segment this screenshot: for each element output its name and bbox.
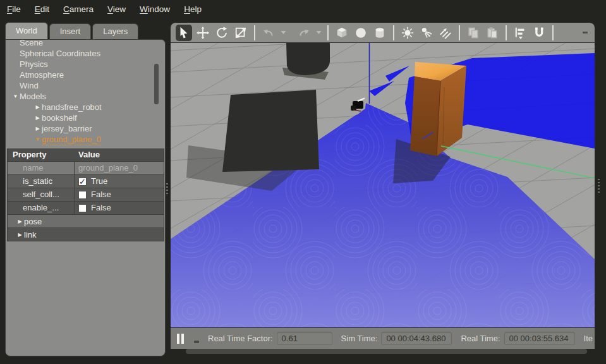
dark-box-model	[222, 90, 319, 172]
point-light-button[interactable]	[399, 25, 416, 41]
undo-button[interactable]	[260, 25, 277, 41]
translate-tool-button[interactable]	[195, 25, 211, 41]
menu-edit[interactable]: Edit	[35, 4, 49, 14]
toolbar-separator	[506, 25, 507, 40]
redo-button[interactable]	[296, 25, 312, 41]
redo-icon	[297, 26, 311, 40]
enable-wind-checkbox[interactable]	[78, 204, 87, 212]
collapsed-arrow-icon[interactable]: ▶	[33, 102, 42, 112]
tree-item-scene[interactable]: Scene	[6, 40, 165, 48]
menu-bar: File Edit Camera View Window Help	[0, 0, 606, 18]
tree-item-bookshelf[interactable]: ▶bookshelf	[6, 112, 165, 123]
collapsed-arrow-icon[interactable]: ▶	[16, 232, 24, 238]
menu-file[interactable]: File	[7, 4, 21, 14]
redo-menu-button[interactable]	[315, 25, 322, 41]
pause-button[interactable]	[177, 334, 184, 344]
tab-world[interactable]: World	[5, 22, 48, 39]
property-group-link[interactable]: ▶ link	[8, 228, 164, 241]
insert-cylinder-button[interactable]	[372, 25, 388, 41]
header-value: Value	[75, 149, 164, 161]
step-button[interactable]	[194, 341, 199, 343]
tree-item-spherical-coordinates[interactable]: Spherical Coordinates	[6, 48, 165, 59]
sim-time-label: Sim Time:	[341, 334, 378, 343]
toolbar-separator	[459, 25, 460, 40]
tree-item-models[interactable]: ▼Models	[6, 91, 165, 102]
select-tool-button[interactable]	[176, 25, 192, 41]
paste-button[interactable]	[484, 25, 500, 41]
menu-help[interactable]: Help	[184, 4, 202, 14]
tree-scrollbar[interactable]	[154, 64, 159, 104]
header-property: Property	[8, 149, 75, 161]
real-time-factor-label: Real Time Factor:	[208, 334, 273, 343]
tree-item-jersey-barrier[interactable]: ▶jersey_barrier	[6, 123, 165, 134]
rotate-icon	[215, 26, 229, 40]
tree-item-wind[interactable]: Wind	[6, 80, 165, 91]
insert-box-button[interactable]	[334, 25, 350, 41]
self-collide-checkbox[interactable]	[78, 191, 87, 199]
spot-light-button[interactable]	[418, 25, 435, 41]
splitter-handle-left[interactable]	[166, 183, 168, 196]
collapsed-arrow-icon[interactable]: ▶	[33, 112, 42, 123]
toolbar-separator	[327, 25, 329, 40]
panel-tabs: World Insert Layers	[5, 22, 140, 39]
property-table-header: Property Value	[8, 149, 164, 161]
horizontal-scrollbar[interactable]	[186, 349, 587, 354]
cylinder-icon	[373, 26, 387, 40]
tree-item-atmosphere[interactable]: Atmosphere	[6, 70, 165, 80]
directional-light-button[interactable]	[437, 25, 454, 41]
simulation-status-bar: Real Time Factor: 0.61 Sim Time: 00 00:0…	[171, 327, 595, 349]
real-time-factor-value: 0.61	[277, 332, 332, 345]
real-time-label: Real Time:	[461, 334, 500, 343]
menu-view[interactable]: View	[107, 4, 126, 14]
property-table: Property Value name ground_plane_0 is_st…	[7, 149, 164, 241]
world-tree: Scene Spherical Coordinates Physics Atmo…	[6, 40, 165, 149]
real-time-value: 00 00:03:55.634	[504, 332, 575, 345]
align-icon	[513, 26, 527, 40]
toolbar-overflow-button[interactable]	[581, 28, 590, 37]
toolbar-separator	[393, 25, 394, 40]
expanded-arrow-icon[interactable]: ▼	[33, 134, 42, 145]
chevron-down-icon	[281, 30, 286, 35]
collapsed-arrow-icon[interactable]: ▶	[16, 219, 24, 224]
property-group-pose[interactable]: ▶ pose	[8, 214, 164, 228]
cursor-arrow-icon	[177, 26, 191, 40]
tree-item-ground-plane-0[interactable]: ▼ground_plane_0	[6, 134, 165, 145]
align-button[interactable]	[512, 25, 528, 41]
property-row-is-static: is_static True	[8, 174, 164, 188]
property-row-name: name ground_plane_0	[8, 161, 164, 174]
expanded-arrow-icon[interactable]: ▼	[11, 91, 20, 102]
scene-3d-view[interactable]	[171, 43, 595, 327]
viewport-bottom-strip	[171, 349, 595, 355]
toolbar-separator	[552, 25, 554, 40]
copy-icon	[466, 26, 480, 40]
box-icon	[335, 26, 349, 40]
iterations-label: Ite	[584, 334, 593, 343]
insert-sphere-button[interactable]	[353, 25, 369, 41]
splitter-handle-right[interactable]	[598, 179, 600, 194]
sphere-icon	[354, 26, 368, 40]
property-row-enable-wind: enable_... False	[8, 201, 164, 214]
magnet-icon	[532, 26, 546, 40]
property-row-self-collide: self_coll... False	[8, 188, 164, 201]
scale-tool-button[interactable]	[233, 25, 249, 41]
world-panel-body: Scene Spherical Coordinates Physics Atmo…	[5, 39, 166, 356]
gazebo-window: File Edit Camera View Window Help World …	[0, 0, 606, 364]
menu-window[interactable]: Window	[140, 4, 170, 14]
menu-camera[interactable]: Camera	[63, 4, 94, 14]
copy-button[interactable]	[465, 25, 482, 41]
undo-menu-button[interactable]	[279, 25, 287, 41]
dash-icon	[583, 32, 588, 33]
tree-item-physics[interactable]: Physics	[6, 59, 165, 70]
collapsed-arrow-icon[interactable]: ▶	[33, 123, 42, 134]
tab-layers[interactable]: Layers	[92, 23, 138, 39]
translate-icon	[196, 26, 210, 40]
toolbar-separator	[254, 25, 255, 40]
paste-icon	[485, 26, 499, 40]
point-light-icon	[401, 26, 415, 40]
tab-insert[interactable]: Insert	[49, 23, 92, 39]
is-static-checkbox[interactable]	[78, 178, 87, 186]
snap-button[interactable]	[531, 25, 547, 41]
scene-canvas	[171, 43, 595, 327]
rotate-tool-button[interactable]	[214, 25, 230, 41]
tree-item-handsfree-robot[interactable]: ▶handsfree_robot	[6, 102, 165, 112]
